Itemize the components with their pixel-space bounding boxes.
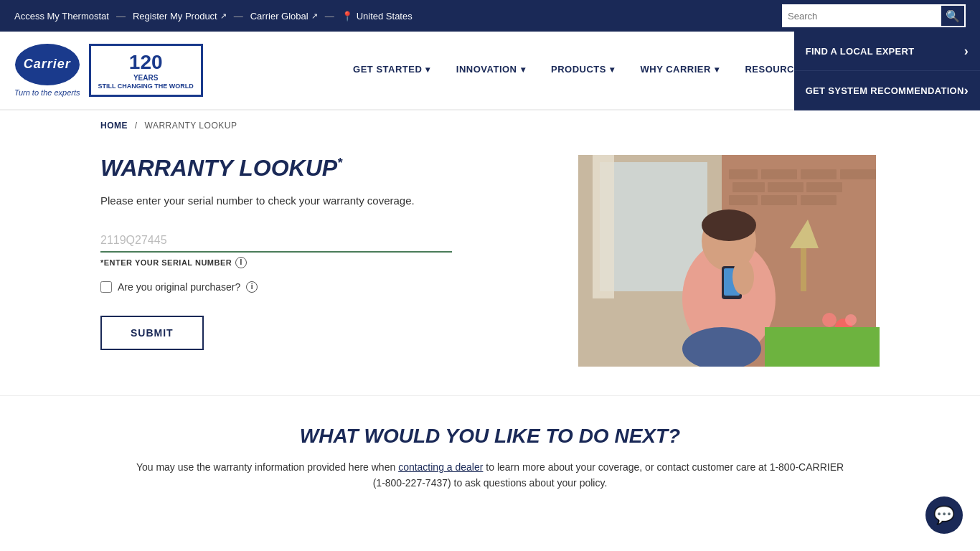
original-purchaser-row: Are you original purchaser? i xyxy=(100,281,535,293)
svg-rect-8 xyxy=(806,182,842,192)
breadcrumb-current: WARRANTY LOOKUP xyxy=(145,121,237,131)
svg-point-23 xyxy=(845,314,857,326)
carrier-global-link[interactable]: Carrier Global ↗ xyxy=(250,11,318,22)
anniversary-badge: 120 YEARS STILL CHANGING THE WORLD xyxy=(89,44,203,97)
svg-rect-5 xyxy=(840,169,876,179)
logo-container[interactable]: Carrier Turn to the experts xyxy=(14,44,80,97)
svg-rect-4 xyxy=(801,169,837,179)
chevron-down-icon-4: ▾ xyxy=(715,65,720,75)
search-input[interactable] xyxy=(782,4,940,27)
contacting-dealer-link[interactable]: contacting a dealer xyxy=(398,461,483,473)
top-bar: Access My Thermostat — Register My Produ… xyxy=(0,0,980,32)
form-description: Please enter your serial number to check… xyxy=(100,193,535,209)
page-title: WARRANTY LOOKUP* xyxy=(100,155,535,182)
anniversary-subtitle: STILL CHANGING THE WORLD xyxy=(98,83,194,90)
access-thermostat-link[interactable]: Access My Thermostat xyxy=(14,11,109,22)
hero-image-section xyxy=(578,155,880,367)
svg-point-22 xyxy=(822,313,837,327)
breadcrumb: HOME / WARRANTY LOOKUP xyxy=(0,110,980,141)
breadcrumb-home-link[interactable]: HOME xyxy=(100,121,128,131)
nav-bar: Carrier Turn to the experts 120 YEARS ST… xyxy=(0,32,980,110)
chevron-down-icon: ▾ xyxy=(425,65,430,75)
nav-item-innovation[interactable]: INNOVATION ▾ xyxy=(443,31,538,110)
search-bar: 🔍 xyxy=(782,4,966,27)
next-section: WHAT WOULD YOU LIKE TO DO NEXT? You may … xyxy=(0,395,980,520)
svg-point-16 xyxy=(702,209,756,241)
svg-rect-7 xyxy=(768,182,804,192)
nav-item-why-carrier[interactable]: WHY CARRIER ▾ xyxy=(627,31,732,110)
nav-label-why-carrier: WHY CARRIER xyxy=(640,64,710,75)
svg-point-19 xyxy=(732,259,754,295)
svg-rect-11 xyxy=(801,195,837,205)
nav-label-innovation: INNOVATION xyxy=(456,64,517,75)
serial-number-input[interactable] xyxy=(100,230,452,253)
next-desc-start: You may use the warranty information pro… xyxy=(136,461,398,473)
svg-rect-13 xyxy=(593,155,614,298)
svg-rect-9 xyxy=(729,195,758,205)
logo-area: Carrier Turn to the experts 120 YEARS ST… xyxy=(14,44,203,97)
country-selector[interactable]: 📍 United States xyxy=(341,11,413,22)
get-system-recommendation-button[interactable]: GET SYSTEM RECOMMENDATION › xyxy=(794,71,980,110)
original-purchaser-label: Are you original purchaser? xyxy=(118,281,240,293)
nav-item-products[interactable]: PRODUCTS ▾ xyxy=(538,31,627,110)
green-accent-bar xyxy=(765,327,880,367)
next-section-title: WHAT WOULD YOU LIKE TO DO NEXT? xyxy=(100,425,880,448)
external-icon: ↗ xyxy=(220,11,227,21)
serial-label: *ENTER YOUR SERIAL NUMBER i xyxy=(100,257,535,268)
top-bar-links: Access My Thermostat — Register My Produ… xyxy=(14,11,413,22)
svg-rect-25 xyxy=(801,248,806,291)
location-icon: 📍 xyxy=(341,11,353,22)
next-section-description: You may use the warranty information pro… xyxy=(131,459,849,491)
nav-label-get-started: GET STARTED xyxy=(353,64,422,75)
original-purchaser-checkbox[interactable] xyxy=(100,281,112,293)
chat-icon: 💬 xyxy=(933,505,955,520)
page-title-asterisk: * xyxy=(337,156,342,170)
nav-item-get-started[interactable]: GET STARTED ▾ xyxy=(340,31,443,110)
brand-name: Carrier xyxy=(24,57,71,72)
country-label: United States xyxy=(357,11,413,22)
chevron-down-icon-3: ▾ xyxy=(610,65,615,75)
separator-1: — xyxy=(116,11,126,22)
main-content: WARRANTY LOOKUP* Please enter your seria… xyxy=(0,141,980,395)
chevron-right-icon: › xyxy=(964,44,969,59)
nav-label-products: PRODUCTS xyxy=(551,64,606,75)
chevron-down-icon-2: ▾ xyxy=(521,65,526,75)
separator-3: — xyxy=(325,11,334,22)
svg-rect-3 xyxy=(761,169,797,179)
register-product-link[interactable]: Register My Product ↗ xyxy=(133,11,227,22)
breadcrumb-separator: / xyxy=(135,121,138,131)
submit-button[interactable]: SUBMIT xyxy=(100,316,204,350)
top-bar-right: 🔍 xyxy=(782,4,966,27)
find-expert-label: FIND A LOCAL EXPERT xyxy=(806,46,915,57)
svg-rect-2 xyxy=(729,169,758,179)
separator-2: — xyxy=(234,11,243,22)
find-local-expert-button[interactable]: FIND A LOCAL EXPERT › xyxy=(794,32,980,71)
purchaser-info-icon[interactable]: i xyxy=(246,281,258,293)
logo-oval: Carrier xyxy=(15,44,80,85)
form-section: WARRANTY LOOKUP* Please enter your seria… xyxy=(100,155,535,350)
chevron-right-icon-2: › xyxy=(964,83,969,98)
anniversary-years: 120 xyxy=(129,50,163,75)
anniversary-label: YEARS xyxy=(133,74,158,83)
serial-info-icon[interactable]: i xyxy=(235,257,247,268)
external-icon-2: ↗ xyxy=(311,11,318,21)
cta-buttons: FIND A LOCAL EXPERT › GET SYSTEM RECOMME… xyxy=(794,32,980,110)
svg-rect-6 xyxy=(732,182,765,192)
search-button[interactable]: 🔍 xyxy=(940,4,966,27)
tagline: Turn to the experts xyxy=(14,88,80,97)
svg-rect-10 xyxy=(761,195,797,205)
get-system-label: GET SYSTEM RECOMMENDATION xyxy=(806,85,964,96)
